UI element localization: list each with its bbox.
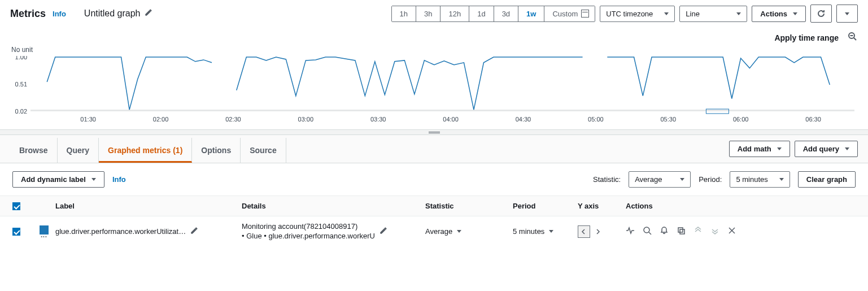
svg-text:05:00: 05:00	[588, 116, 604, 123]
svg-text:03:00: 03:00	[298, 116, 314, 123]
tab-graphed-metrics[interactable]: Graphed metrics (1)	[99, 138, 192, 163]
actions-button[interactable]: Actions	[752, 6, 806, 22]
yaxis-left-button[interactable]	[578, 225, 590, 238]
add-query-button[interactable]: Add query	[795, 141, 858, 157]
range-custom[interactable]: Custom	[544, 6, 595, 21]
tab-browse[interactable]: Browse	[10, 138, 58, 163]
range-3d[interactable]: 3d	[494, 6, 518, 21]
row-statistic-select[interactable]: Average	[425, 227, 461, 236]
metrics-header: Metrics Info Untitled graph 1h 3h 12h 1d…	[0, 0, 868, 27]
range-1w[interactable]: 1w	[518, 6, 544, 21]
svg-text:06:00: 06:00	[733, 116, 749, 123]
add-dynamic-label-text: Add dynamic label	[21, 175, 86, 184]
metrics-table: Label Details Statistic Period Y axis Ac…	[0, 196, 868, 247]
pencil-icon[interactable]	[380, 227, 387, 236]
row-statistic-value: Average	[425, 227, 452, 236]
svg-text:04:30: 04:30	[516, 116, 531, 123]
svg-text:03:30: 03:30	[370, 116, 386, 123]
select-all-checkbox[interactable]	[12, 202, 20, 210]
timezone-label: UTC timezone	[606, 10, 653, 18]
pencil-icon[interactable]	[190, 227, 198, 236]
chevron-down-icon	[91, 178, 96, 181]
chevron-down-icon	[457, 230, 461, 233]
copy-icon[interactable]	[677, 226, 686, 237]
apply-time-range[interactable]: Apply time range	[774, 33, 839, 42]
metric-details: Monitoring account(782104008917) • Glue …	[242, 222, 375, 241]
svg-rect-3	[30, 110, 854, 111]
statistic-value: Average	[635, 175, 662, 184]
search-icon[interactable]	[643, 226, 652, 237]
statistic-label: Statistic:	[593, 175, 621, 184]
svg-point-19	[644, 227, 649, 233]
tab-source[interactable]: Source	[241, 138, 286, 163]
close-icon[interactable]	[727, 226, 736, 237]
chart-ylabel: No unit	[11, 46, 858, 54]
svg-text:0.51: 0.51	[15, 81, 27, 88]
row-period-select[interactable]: 5 minutes	[513, 227, 553, 236]
col-header-period: Period	[513, 202, 578, 210]
col-header-label: Label	[55, 202, 242, 210]
chevron-down-icon	[845, 147, 849, 150]
chart-type-label: Line	[686, 10, 700, 18]
range-12h[interactable]: 12h	[440, 6, 469, 21]
graph-title-group: Untitled graph	[84, 8, 153, 19]
refresh-menu-button[interactable]	[836, 5, 858, 23]
statistic-select[interactable]: Average	[629, 171, 691, 188]
chart-area: No unit 0.020.511.0001:3002:0002:3003:00…	[0, 46, 868, 129]
header-controls: 1h 3h 12h 1d 3d 1w Custom UTC timezone L…	[391, 5, 858, 23]
range-3h[interactable]: 3h	[416, 6, 440, 21]
add-math-button[interactable]: Add math	[729, 141, 790, 157]
chart-type-select[interactable]: Line	[679, 6, 747, 22]
chart-subheader: Apply time range	[0, 27, 868, 46]
line-chart[interactable]: 0.020.511.0001:3002:0002:3003:0003:3004:…	[10, 56, 858, 124]
range-1h[interactable]: 1h	[392, 6, 416, 21]
move-down-icon[interactable]	[710, 226, 719, 237]
chevron-down-icon	[549, 230, 553, 233]
zoom-reset-icon[interactable]	[848, 32, 858, 44]
chevron-down-icon	[845, 12, 849, 15]
svg-text:05:30: 05:30	[660, 116, 676, 123]
add-math-label: Add math	[738, 145, 771, 153]
timezone-select[interactable]: UTC timezone	[600, 6, 675, 22]
splitter-handle[interactable]	[0, 129, 868, 135]
refresh-button[interactable]	[810, 5, 832, 23]
info-link[interactable]: Info	[112, 175, 126, 184]
yaxis-right-button[interactable]	[591, 225, 604, 238]
controls-row: Add dynamic label Info Statistic: Averag…	[0, 163, 868, 196]
clear-graph-button[interactable]: Clear graph	[798, 171, 856, 188]
col-header-actions: Actions	[626, 202, 856, 210]
actions-label: Actions	[760, 10, 787, 18]
metric-label: glue.driver.performance.workerUtilizat…	[55, 227, 186, 236]
svg-line-20	[649, 232, 651, 234]
pencil-icon[interactable]	[145, 8, 152, 19]
period-label: Period:	[699, 175, 722, 184]
tab-options[interactable]: Options	[192, 138, 241, 163]
info-link[interactable]: Info	[53, 10, 66, 18]
svg-text:0.02: 0.02	[15, 108, 27, 115]
range-custom-label: Custom	[552, 10, 578, 18]
svg-rect-22	[680, 229, 684, 234]
tab-query[interactable]: Query	[58, 138, 99, 163]
col-header-statistic: Statistic	[425, 202, 513, 210]
calendar-icon	[581, 10, 589, 18]
table-header-row: Label Details Statistic Period Y axis Ac…	[0, 196, 868, 216]
chevron-down-icon	[736, 12, 741, 15]
move-up-icon[interactable]	[693, 226, 703, 237]
range-1d[interactable]: 1d	[469, 6, 494, 21]
graph-title: Untitled graph	[84, 8, 141, 19]
chevron-down-icon	[680, 178, 684, 181]
svg-text:01:30: 01:30	[80, 116, 96, 123]
page-title: Metrics	[10, 8, 46, 20]
pulse-icon[interactable]	[626, 226, 635, 237]
add-dynamic-label-button[interactable]: Add dynamic label	[12, 171, 104, 188]
svg-line-1	[854, 38, 856, 40]
chevron-down-icon	[779, 178, 784, 181]
svg-text:06:30: 06:30	[805, 116, 821, 123]
table-row: ••• glue.driver.performance.workerUtiliz…	[0, 216, 868, 247]
period-select[interactable]: 5 minutes	[730, 171, 790, 188]
color-swatch[interactable]: •••	[33, 225, 55, 238]
col-header-yaxis: Y axis	[578, 202, 626, 210]
row-checkbox[interactable]	[12, 228, 20, 236]
bell-icon[interactable]	[660, 226, 669, 237]
row-period-value: 5 minutes	[513, 227, 544, 236]
